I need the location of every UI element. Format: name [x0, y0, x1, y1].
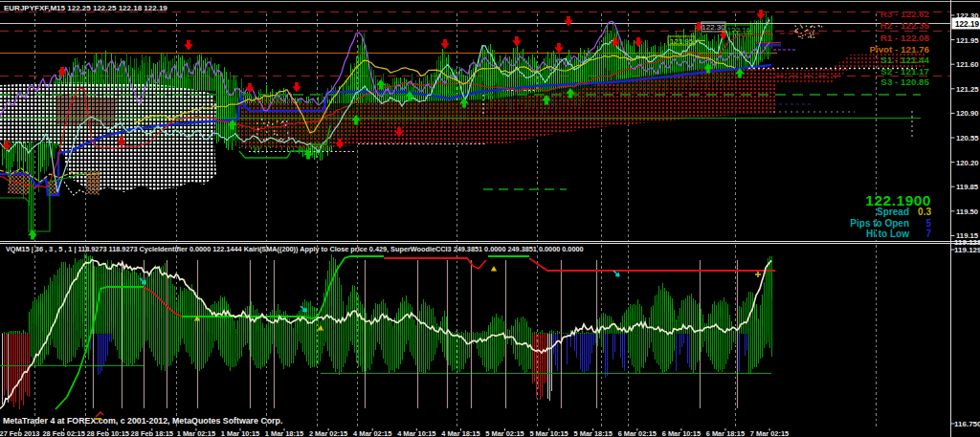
svg-text:5: 5 [925, 218, 931, 229]
svg-text:EURJPYFXF,M15 122.25 122.25 1: EURJPYFXF,M15 122.25 122.25 122.18 122.1… [4, 4, 167, 12]
svg-text:120.55: 120.55 [956, 134, 979, 142]
svg-text:121.25: 121.25 [956, 85, 979, 94]
svg-text:R3 - 122.62: R3 - 122.62 [880, 9, 930, 19]
svg-text:119.50: 119.50 [956, 208, 978, 216]
svg-text:122.30: 122.30 [702, 23, 725, 32]
svg-text:120.20: 120.20 [956, 159, 979, 167]
svg-text:Spread: Spread [877, 207, 909, 217]
svg-text:7: 7 [925, 229, 931, 239]
svg-text:121.60: 121.60 [956, 60, 979, 69]
svg-text:119.129: 119.129 [954, 246, 980, 254]
svg-text:VQM15 | 36 , 3 , 5 , 1 | 118: VQM15 | 36 , 3 , 5 , 1 | 118.9273 118.92… [6, 245, 584, 253]
svg-text:MetaTrader 4 at FOREX.com, c 2: MetaTrader 4 at FOREX.com, c 2001-2012, … [3, 416, 282, 426]
svg-text:122.19: 122.19 [955, 20, 979, 29]
svg-text:120.90: 120.90 [956, 109, 979, 118]
svg-text:R2 - 122.35: R2 - 122.35 [880, 20, 930, 31]
svg-text:121.95: 121.95 [670, 37, 694, 46]
svg-text:Pivot - 121.76: Pivot - 121.76 [869, 44, 929, 55]
svg-text:Hi to Low: Hi to Low [866, 229, 909, 239]
svg-text:121.95: 121.95 [956, 36, 979, 45]
svg-text:119.85: 119.85 [956, 183, 979, 191]
svg-text:0.3: 0.3 [918, 207, 931, 217]
svg-text:116.750: 116.750 [954, 420, 980, 428]
svg-text:Pips to Open: Pips to Open [850, 218, 909, 229]
svg-text:S2 - 121.17: S2 - 121.17 [880, 66, 929, 76]
svg-text:122.16: 122.16 [727, 26, 751, 34]
svg-text:S3 - 120.85: S3 - 120.85 [880, 76, 929, 87]
svg-text:R1 - 122.08: R1 - 122.08 [880, 33, 930, 43]
svg-text:S1 - 121.44: S1 - 121.44 [880, 55, 929, 65]
